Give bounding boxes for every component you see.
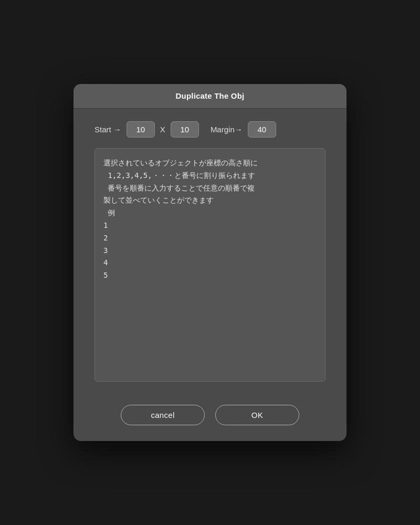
- controls-row: Start → X Margin→: [94, 121, 326, 138]
- dialog-footer: cancel OK: [74, 394, 346, 441]
- cancel-button[interactable]: cancel: [121, 405, 205, 425]
- dialog-titlebar: Duplicate The Obj: [74, 84, 346, 109]
- description-text: 選択されているオブジェクトが座標の高さ順に 1,2,3,4,5,・・・と番号に割…: [103, 157, 317, 282]
- dialog-body: Start → X Margin→ 選択されているオブジェクトが座標の高さ順に …: [74, 109, 346, 394]
- dialog-title: Duplicate The Obj: [176, 91, 245, 100]
- description-container: 選択されているオブジェクトが座標の高さ順に 1,2,3,4,5,・・・と番号に割…: [94, 148, 326, 382]
- start-y-input[interactable]: [171, 121, 199, 138]
- margin-input[interactable]: [248, 121, 276, 138]
- ok-button[interactable]: OK: [215, 405, 299, 425]
- dialog: Duplicate The Obj Start → X Margin→ 選択され…: [74, 84, 346, 441]
- margin-label: Margin→: [211, 125, 243, 134]
- x-separator: X: [160, 125, 165, 134]
- start-label: Start →: [94, 125, 121, 134]
- start-x-input[interactable]: [127, 121, 155, 138]
